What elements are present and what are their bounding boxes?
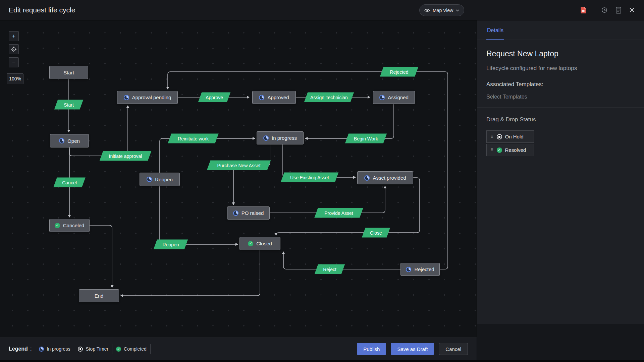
legend-item-label: Completed	[124, 346, 147, 352]
in-progress-icon	[406, 267, 411, 272]
transition-reopen[interactable]: Reopen	[155, 240, 186, 249]
transition-label: Begin Work	[354, 136, 378, 141]
transition-cancel[interactable]: Cancel	[55, 178, 84, 187]
node-label: Reopen	[155, 177, 173, 182]
page-title: Edit request life cycle	[9, 6, 75, 14]
eye-icon	[424, 8, 430, 12]
drag-handle-icon[interactable]: ⠿	[490, 134, 494, 139]
completed-icon	[116, 347, 121, 352]
node-end[interactable]: End	[79, 289, 119, 302]
node-approval-pending[interactable]: Approval pending	[117, 91, 178, 104]
chip-label: On Hold	[505, 134, 524, 139]
node-reopen[interactable]: Reopen	[140, 173, 180, 186]
transition-reject[interactable]: Reject	[316, 264, 343, 274]
stop-timer-icon	[497, 134, 502, 139]
details-panel-body: Details Request New Laptop Lifecycle con…	[477, 20, 644, 324]
status-chip-resolved[interactable]: ⠿ Resolved	[486, 144, 534, 156]
transition-use-existing-asset[interactable]: Use Existing Asset	[282, 173, 337, 182]
node-label: Approval pending	[132, 95, 171, 100]
node-label: Open	[67, 138, 80, 144]
zoom-out-button[interactable]: −	[9, 57, 19, 67]
transition-label: Close	[370, 230, 382, 235]
center-view-button[interactable]	[9, 44, 19, 54]
completed-icon	[55, 223, 60, 228]
transition-provide-asset[interactable]: Provide Asset	[316, 208, 362, 218]
chip-label: Resolved	[505, 147, 526, 153]
select-templates-link[interactable]: Select Templates	[486, 94, 635, 100]
in-progress-icon	[147, 177, 152, 182]
node-label: Start	[63, 70, 74, 75]
node-layer: StartOpenApproval pendingApprovedAssigne…	[0, 20, 477, 338]
in-progress-icon	[259, 95, 264, 100]
publish-button[interactable]: Publish	[357, 343, 386, 355]
in-progress-icon	[39, 347, 44, 352]
drag-handle-icon[interactable]: ⠿	[490, 148, 494, 152]
node-start[interactable]: Start	[49, 66, 88, 79]
transition-purchase-new-asset[interactable]: Purchase New Asset	[209, 161, 269, 170]
view-selector-label: Map View	[433, 8, 453, 13]
transition-close[interactable]: Close	[364, 228, 388, 238]
node-label: Canceled	[63, 223, 84, 228]
tab-details[interactable]: Details	[486, 27, 504, 40]
save-as-draft-button[interactable]: Save as Draft	[391, 343, 434, 355]
legend-item-label: In progress	[47, 346, 70, 352]
transition-begin-work[interactable]: Begin Work	[347, 134, 385, 143]
node-assigned[interactable]: Assigned	[373, 91, 415, 104]
zoom-in-button[interactable]: +	[9, 31, 19, 41]
node-label: Assigned	[388, 95, 409, 100]
node-open[interactable]: Open	[50, 134, 89, 147]
view-selector[interactable]: Map View	[419, 4, 464, 16]
cancel-button[interactable]: Cancel	[439, 343, 468, 355]
node-canceled[interactable]: Canceled	[49, 219, 90, 232]
node-label: Closed	[256, 241, 272, 246]
node-in-progress[interactable]: In progress	[257, 131, 304, 144]
zoom-level: 100%	[7, 73, 23, 84]
stop-timer-icon	[78, 347, 83, 352]
transition-label: Purchase New Asset	[217, 163, 260, 168]
node-po-raised[interactable]: PO raised	[227, 206, 270, 220]
transition-approve[interactable]: Approve	[200, 93, 229, 102]
transition-reinitiate-work[interactable]: Reinitiate work	[170, 134, 217, 143]
close-icon[interactable]	[629, 7, 635, 13]
flow-canvas[interactable]: StartOpenApproval pendingApprovedAssigne…	[0, 20, 477, 338]
target-icon	[11, 46, 17, 52]
pdf-icon[interactable]	[580, 6, 587, 14]
transition-label: Start	[64, 102, 74, 107]
in-progress-icon	[59, 138, 64, 143]
legend-item-completed: Completed	[112, 344, 151, 354]
transition-label: Use Existing Asset	[290, 175, 329, 180]
legend-item-in-progress: In progress	[35, 344, 74, 354]
footer-actions: Publish Save as Draft Cancel	[357, 343, 468, 355]
node-asset-provided[interactable]: Asset provided	[357, 171, 413, 184]
node-label: Asset provided	[373, 175, 406, 181]
tab-bar: Details	[477, 20, 644, 40]
transition-assign-technician[interactable]: Assign Technician	[306, 93, 352, 102]
in-progress-icon	[263, 135, 269, 141]
node-label: In progress	[272, 135, 297, 141]
document-icon[interactable]	[615, 6, 622, 14]
in-progress-icon	[379, 95, 385, 100]
transition-start[interactable]: Start	[56, 100, 82, 110]
transition-rejected[interactable]: Rejected	[382, 67, 417, 77]
drag-drop-status-label: Drag & Drop Status	[486, 116, 635, 123]
node-rejected[interactable]: Rejected	[400, 263, 440, 276]
transition-label: Reject	[323, 266, 336, 272]
node-closed[interactable]: Closed	[239, 237, 280, 250]
legend-colon: :	[30, 346, 32, 352]
transition-label: Approve	[206, 95, 223, 100]
legend: In progress Stop Timer Completed	[35, 344, 150, 354]
transition-label: Rejected	[390, 69, 408, 74]
legend-item-label: Stop Timer	[86, 346, 108, 352]
node-label: Approved	[267, 95, 289, 100]
transition-label: Reinitiate work	[178, 136, 209, 141]
transition-initiate-approval[interactable]: Initiate approval	[101, 151, 150, 161]
history-icon[interactable]	[600, 6, 608, 14]
node-label: Rejected	[414, 266, 434, 272]
header-actions	[580, 6, 635, 14]
legend-label: Legend	[9, 346, 28, 352]
node-approved[interactable]: Approved	[252, 91, 296, 104]
footer-bar: Legend : In progress Stop Timer Complete…	[0, 338, 477, 360]
in-progress-icon	[233, 210, 238, 216]
status-chip-on-hold[interactable]: ⠿ On Hold	[486, 130, 534, 143]
legend-item-stop-timer: Stop Timer	[74, 344, 112, 354]
